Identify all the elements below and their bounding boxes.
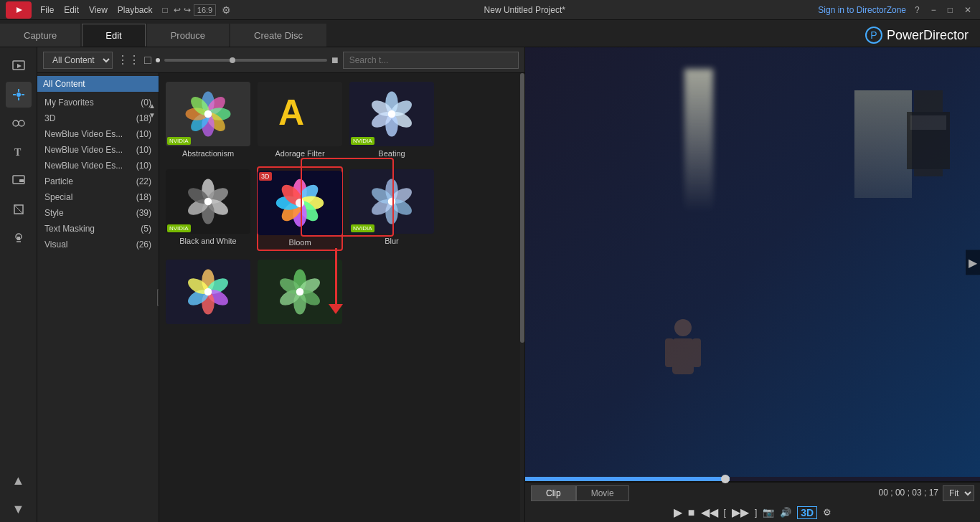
stop-button[interactable]: ■ <box>688 506 695 519</box>
svg-point-64 <box>204 288 212 296</box>
svg-point-50 <box>296 199 304 207</box>
settings-ctrl-button[interactable]: ⚙ <box>823 507 831 518</box>
3d-toggle[interactable]: 3D <box>797 506 817 519</box>
small-thumb-icon[interactable]: □ <box>144 54 151 67</box>
tabbar: Capture Edit Produce Create Disc P Power… <box>0 20 980 47</box>
minimize-button[interactable]: − <box>928 5 939 15</box>
category-newblue-2[interactable]: NewBlue Video Es... (10) <box>37 142 159 158</box>
effect-blur-label: Blur <box>385 237 399 245</box>
category-newblue-3[interactable]: NewBlue Video Es... (10) <box>37 158 159 174</box>
sidebar-item-titles[interactable]: T <box>6 139 32 165</box>
fit-select[interactable]: Fit <box>943 485 974 501</box>
effect-black-white-thumb: NVIDIA <box>166 169 250 234</box>
svg-point-9 <box>13 120 19 126</box>
tab-edit[interactable]: Edit <box>82 24 145 47</box>
settings-icon[interactable]: ⚙ <box>222 4 231 16</box>
effects-panel: All Content ⋮⋮ □ ■ All Content My Favori… <box>37 47 525 522</box>
menu-playback[interactable]: Playback <box>118 5 153 15</box>
svg-point-71 <box>296 288 304 296</box>
effect-adorage-thumb: A <box>258 82 342 146</box>
category-newblue-1[interactable]: NewBlue Video Es... (10) <box>37 126 159 142</box>
nvidia-badge-blur: NVIDIA <box>351 224 374 232</box>
mark-in-button[interactable]: [ <box>724 508 726 518</box>
effect-adorage[interactable]: A Adorage Filter <box>257 79 343 161</box>
preview-tab-movie[interactable]: Movie <box>576 485 629 501</box>
effect-adorage-label: Adorage Filter <box>275 149 324 158</box>
grid-view-icon[interactable]: ⋮⋮ <box>117 53 140 67</box>
effect-bloom[interactable]: 3D <box>257 166 343 251</box>
preview-expand-arrow[interactable]: ▶ <box>966 250 980 275</box>
scroll-up-icon[interactable]: ▲ <box>6 468 32 493</box>
effect-black-white[interactable]: NVIDIA Black and White <box>165 166 251 251</box>
svg-line-14 <box>14 205 23 214</box>
preview-tab-clip[interactable]: Clip <box>531 485 576 501</box>
preview-panel: ▶ Clip Movie 00 ; 00 ; 03 ; 17 Fit ▶ ■ ◀… <box>525 47 980 522</box>
effect-7-thumb <box>166 260 250 324</box>
volume-button[interactable]: 🔊 <box>780 507 791 518</box>
cat-scroll-down[interactable]: ▼ <box>149 111 156 119</box>
mark-out-button[interactable]: ] <box>755 508 757 518</box>
video-content <box>525 47 980 477</box>
play-button[interactable]: ▶ <box>674 506 682 519</box>
prev-frame-button[interactable]: ◀◀ <box>701 506 718 519</box>
preview-progress <box>525 477 730 481</box>
screenshot-button[interactable]: 📷 <box>763 507 774 518</box>
thumb-slider[interactable] <box>156 58 160 62</box>
menu-view[interactable]: View <box>89 5 108 15</box>
help-button[interactable]: ? <box>912 5 923 15</box>
tab-produce[interactable]: Produce <box>147 24 229 47</box>
sidebar-item-mask[interactable] <box>6 196 32 222</box>
screen-mode-icon[interactable]: □ <box>163 5 168 15</box>
menu-edit[interactable]: Edit <box>64 5 79 15</box>
svg-point-34 <box>388 110 396 118</box>
cat-scroll-up[interactable]: ▲ <box>149 102 156 110</box>
menu-file[interactable]: File <box>40 5 54 15</box>
effects-body: All Content My Favorites (0) 3D (18) New… <box>37 73 524 522</box>
tab-capture[interactable]: Capture <box>0 24 80 47</box>
maximize-button[interactable]: □ <box>945 5 956 15</box>
effect-blur[interactable]: NVIDIA Blur <box>349 166 435 251</box>
sidebar-item-audio[interactable] <box>6 225 32 251</box>
sign-in-link[interactable]: Sign in to DirectorZone <box>818 5 906 15</box>
sidebar-icons: T ▲ ▼ <box>0 47 37 522</box>
thumb-size-slider[interactable] <box>164 59 327 62</box>
preview-timebar[interactable] <box>525 477 980 481</box>
effect-beating-thumb: NVIDIA <box>349 82 434 146</box>
svg-point-4 <box>17 92 21 97</box>
category-my-favorites[interactable]: My Favorites (0) <box>37 95 159 110</box>
effects-scrollbar-thumb[interactable] <box>520 73 524 343</box>
category-particle[interactable]: Particle (22) <box>37 174 159 189</box>
effect-8[interactable] <box>257 257 343 330</box>
brand-name: PowerDirector <box>887 28 969 43</box>
scroll-down-icon[interactable]: ▼ <box>6 496 32 522</box>
svg-text:T: T <box>14 147 22 158</box>
category-visual[interactable]: Visual (26) <box>37 237 159 252</box>
sidebar-item-media[interactable] <box>6 53 32 79</box>
search-input[interactable] <box>343 52 519 69</box>
project-title: New Untitled Project* <box>231 5 818 15</box>
redo-icon[interactable]: ↪ <box>184 5 191 15</box>
undo-icon[interactable]: ↩ <box>174 5 181 15</box>
effect-blur-thumb: NVIDIA <box>349 169 434 234</box>
category-3d[interactable]: 3D (18) <box>37 110 159 126</box>
category-text-masking[interactable]: Text Masking (5) <box>37 221 159 237</box>
svg-rect-77 <box>665 338 674 367</box>
next-frame-button[interactable]: ▶▶ <box>732 506 749 519</box>
effect-beating[interactable]: NVIDIA Beating <box>349 79 435 161</box>
category-special[interactable]: Special (18) <box>37 189 159 205</box>
sidebar-item-effects[interactable] <box>6 82 32 108</box>
sidebar-item-transitions[interactable] <box>6 110 32 136</box>
large-thumb-icon[interactable]: ■ <box>331 54 339 67</box>
window-actions: Sign in to DirectorZone ? − □ ✕ <box>818 5 974 15</box>
bloom-3d-badge: 3D <box>259 172 272 181</box>
tab-create-disc[interactable]: Create Disc <box>230 24 326 47</box>
svg-point-75 <box>674 319 692 336</box>
sidebar-item-pip[interactable] <box>6 168 32 194</box>
content-filter-select[interactable]: All Content <box>43 52 113 69</box>
category-style[interactable]: Style (39) <box>37 205 159 221</box>
effect-7[interactable] <box>165 257 251 330</box>
effect-beating-label: Beating <box>378 149 405 158</box>
effect-abstractionism[interactable]: NVIDIA Abstractionism <box>165 79 251 161</box>
close-button[interactable]: ✕ <box>961 5 974 15</box>
category-all-content[interactable]: All Content <box>37 76 159 92</box>
